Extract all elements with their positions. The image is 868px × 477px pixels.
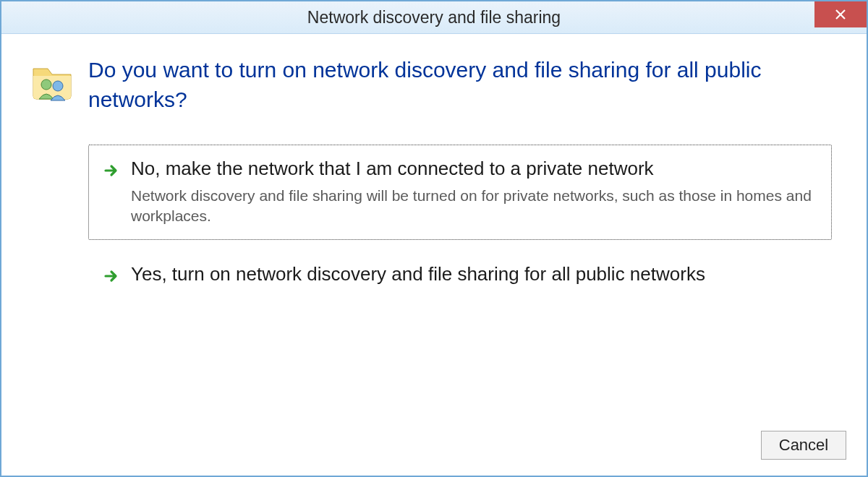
close-icon [834,8,847,21]
option-title: No, make the network that I am connected… [131,157,818,181]
dialog-window: Network discovery and file sharing [0,0,868,477]
option-text: Yes, turn on network discovery and file … [131,262,818,287]
main-instruction: Do you want to turn on network discovery… [88,56,839,114]
option-subtitle: Network discovery and file sharing will … [131,186,818,227]
option-make-private-network[interactable]: No, make the network that I am connected… [88,145,832,240]
svg-point-3 [53,81,63,91]
dialog-footer: Cancel [1,421,867,476]
close-button[interactable] [814,1,867,27]
cancel-button[interactable]: Cancel [761,431,846,460]
option-text: No, make the network that I am connected… [131,157,818,226]
header-row: Do you want to turn on network discovery… [29,56,839,114]
svg-point-2 [41,80,51,90]
option-turn-on-public[interactable]: Yes, turn on network discovery and file … [88,250,832,301]
command-link-list: No, make the network that I am connected… [29,145,839,301]
users-folder-icon [29,59,75,105]
dialog-content: Do you want to turn on network discovery… [1,34,867,421]
arrow-right-icon [102,267,121,285]
titlebar: Network discovery and file sharing [1,1,867,34]
arrow-right-icon [102,161,121,180]
window-title: Network discovery and file sharing [1,8,867,27]
option-title: Yes, turn on network discovery and file … [131,262,818,287]
